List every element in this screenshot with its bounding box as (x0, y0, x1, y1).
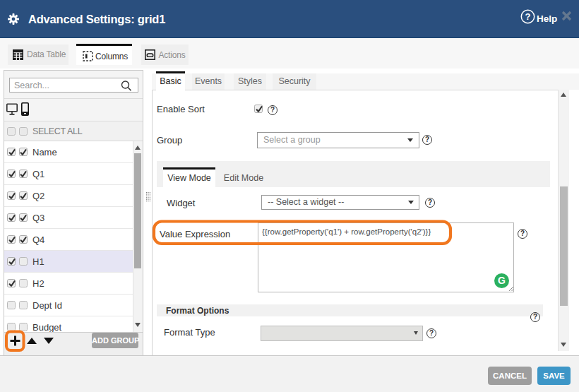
svg-text:?: ? (525, 11, 531, 22)
